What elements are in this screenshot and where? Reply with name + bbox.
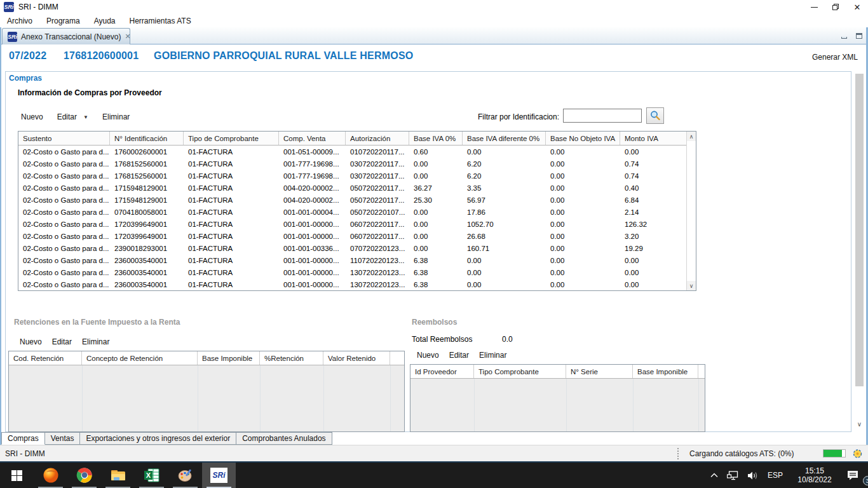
tray-expand-button[interactable] (706, 463, 722, 488)
file-explorer-icon (109, 466, 127, 484)
system-tray: ESP 15:15 10/8/2022 3 (706, 463, 868, 488)
volume-tray-button[interactable] (743, 463, 763, 488)
table-row[interactable]: 02-Costo o Gasto para d...17203996490010… (18, 218, 696, 230)
column-header[interactable]: %Retención (260, 351, 323, 365)
table-row[interactable]: 02-Costo o Gasto para d...23600035400010… (18, 254, 696, 266)
table-row[interactable]: 02-Costo o Gasto para d...17159481290010… (18, 182, 696, 194)
menu-archivo[interactable]: Archivo (0, 15, 39, 27)
scroll-down-icon[interactable]: ∨ (687, 281, 696, 290)
compras-eliminar-button[interactable]: Eliminar (102, 112, 130, 121)
table-cell: 0.00 (409, 170, 463, 182)
clock-tray[interactable]: 15:15 10/8/2022 (787, 463, 842, 488)
action-center-button[interactable]: 3 (842, 463, 868, 488)
menu-herramientas-ats[interactable]: Herramientas ATS (123, 15, 198, 27)
column-header[interactable]: Tipo de Comprobante (184, 132, 279, 145)
table-cell: 2.14 (620, 206, 688, 218)
view-minimize-button[interactable] (839, 30, 849, 39)
column-header[interactable]: N° Serie (566, 365, 633, 378)
table-cell: 050720220117... (346, 194, 409, 206)
table-row[interactable]: 02-Costo o Gasto para d...17681525600010… (18, 170, 696, 182)
column-header[interactable]: Base Imponible (198, 351, 260, 365)
table-row[interactable]: 02-Costo o Gasto para d...23600035400010… (18, 278, 696, 290)
column-header[interactable]: Autorización (346, 132, 409, 145)
column-header[interactable]: Valor Retenido (323, 351, 390, 365)
column-header[interactable]: Base IVA 0% (409, 132, 463, 145)
table-row[interactable]: 02-Costo o Gasto para d...23600035400010… (18, 266, 696, 278)
taskbar-excel[interactable]: X (135, 463, 168, 488)
tab-sri-icon: SRi (8, 32, 17, 42)
view-maximize-button[interactable] (854, 30, 864, 39)
column-header[interactable]: Cod. Retención (9, 351, 82, 365)
table-row[interactable]: 02-Costo o Gasto para d...07041800580010… (18, 206, 696, 218)
taskbar-firefox[interactable] (34, 463, 67, 488)
table-cell: 25.30 (409, 194, 463, 206)
table-cell: 02-Costo o Gasto para d... (18, 170, 110, 182)
taskbar-sri-dimm[interactable]: SRi (202, 463, 236, 488)
column-header[interactable]: Concepto de Retención (82, 351, 198, 365)
period-value: 07/2022 (9, 50, 46, 62)
column-header[interactable]: Sustento (18, 132, 110, 145)
close-button[interactable]: ✕ (846, 0, 868, 14)
compras-table-scrollbar[interactable]: ∧ ∨ (686, 132, 696, 290)
table-row[interactable]: 02-Costo o Gasto para d...17159481290010… (18, 194, 696, 206)
taskbar-chrome[interactable] (67, 463, 101, 488)
retenciones-toolbar: Nuevo Editar Eliminar (20, 337, 109, 346)
language-indicator[interactable]: ESP (763, 463, 787, 488)
retenciones-nuevo-button[interactable]: Nuevo (20, 337, 42, 346)
tab-close-icon[interactable]: ✕ (125, 32, 130, 41)
menu-programa[interactable]: Programa (39, 15, 87, 27)
table-cell: 060720220117... (346, 218, 409, 230)
table-cell: 0.00 (546, 194, 620, 206)
tab-exportaciones[interactable]: Exportaciones y otros ingresos del exter… (80, 432, 236, 445)
column-header[interactable]: Tipo Comprobante (474, 365, 566, 378)
search-button[interactable] (646, 107, 664, 124)
table-cell: 0.00 (409, 230, 463, 242)
column-header[interactable]: N° Identificación (110, 132, 184, 145)
minimize-button[interactable] (803, 0, 825, 14)
scrollbar-thumb[interactable] (855, 74, 864, 386)
tab-ventas[interactable]: Ventas (45, 432, 81, 445)
table-cell: 0.00 (409, 158, 463, 170)
reembolsos-eliminar-button[interactable]: Eliminar (479, 351, 506, 360)
tab-compras[interactable]: Compras (1, 432, 45, 445)
content-scrollbar[interactable]: ∨ (855, 74, 864, 430)
reembolsos-nuevo-button[interactable]: Nuevo (417, 351, 439, 360)
scroll-down-icon[interactable]: ∨ (855, 419, 864, 428)
generar-xml-button[interactable]: Generar XML (812, 53, 858, 62)
table-row[interactable]: 02-Costo o Gasto para d...17600026000010… (18, 146, 696, 158)
column-header[interactable]: Base IVA diferente 0% (463, 132, 546, 145)
retenciones-editar-button[interactable]: Editar (52, 337, 72, 346)
tab-comprobantes-anulados[interactable]: Comprobantes Anulados (236, 432, 332, 445)
start-button[interactable] (0, 463, 34, 488)
column-header[interactable]: Base No Objeto IVA (546, 132, 620, 145)
compras-nuevo-button[interactable]: Nuevo (21, 112, 43, 121)
menu-ayuda[interactable]: Ayuda (87, 15, 123, 27)
tab-anexo-transaccional[interactable]: SRi Anexo Transaccional (Nuevo) ✕ (2, 28, 130, 44)
taskbar-paint[interactable] (168, 463, 202, 488)
table-row[interactable]: 02-Costo o Gasto para d...17681525600010… (18, 158, 696, 170)
column-header[interactable]: Base Imponible (633, 365, 698, 378)
reembolsos-title: Reembolsos (412, 318, 457, 327)
table-row[interactable]: 02-Costo o Gasto para d...17203996490010… (18, 230, 696, 242)
filter-input[interactable] (563, 109, 642, 123)
column-divider (474, 379, 475, 431)
column-divider (566, 379, 567, 431)
network-tray-button[interactable] (722, 463, 743, 488)
view-minimize-icon (841, 37, 847, 39)
compras-editar-button[interactable]: Editar (57, 112, 77, 121)
table-cell: 0.00 (546, 170, 620, 182)
taskbar-file-explorer[interactable] (101, 463, 135, 488)
status-bar: SRI - DIMM Cargando catálogos ATS: (0%) (0, 445, 868, 463)
reembolsos-editar-button[interactable]: Editar (449, 351, 469, 360)
column-header[interactable]: Id Proveedor (410, 365, 474, 378)
column-header[interactable]: Comp. Venta (279, 132, 346, 145)
restore-button[interactable] (825, 0, 846, 14)
column-header[interactable]: Monto IVA (620, 132, 688, 145)
retenciones-eliminar-button[interactable]: Eliminar (82, 337, 109, 346)
loading-spinner-icon (852, 448, 863, 459)
table-cell: 02-Costo o Gasto para d... (18, 146, 110, 158)
scroll-up-icon[interactable]: ∧ (687, 132, 696, 141)
status-grip (677, 448, 679, 459)
table-row[interactable]: 02-Costo o Gasto para d...23900182930010… (18, 242, 696, 254)
editar-dropdown-icon[interactable]: ▼ (83, 114, 88, 120)
